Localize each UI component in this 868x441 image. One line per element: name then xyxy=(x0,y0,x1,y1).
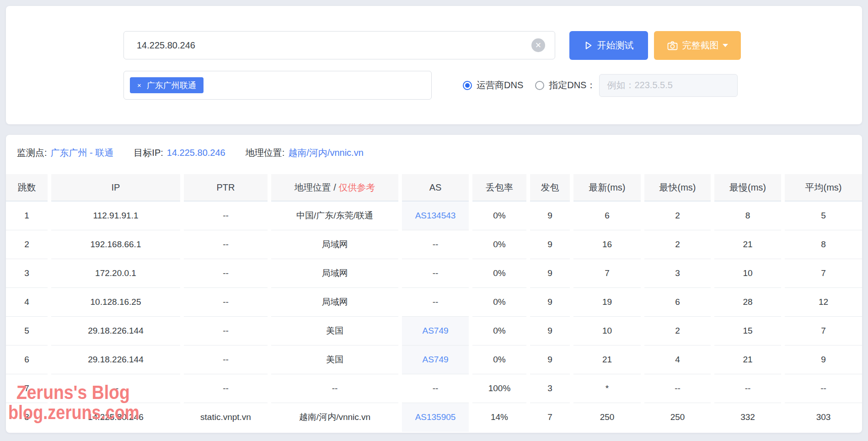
as-link[interactable]: AS749 xyxy=(422,355,448,364)
custom-dns-input[interactable] xyxy=(599,74,738,97)
as-link[interactable]: AS749 xyxy=(422,326,448,335)
cell-hop: 4 xyxy=(6,288,48,317)
cell-hop: 5 xyxy=(6,317,48,345)
full-screenshot-button[interactable]: 完整截图 xyxy=(654,31,741,60)
cell-avg: 8 xyxy=(785,230,862,259)
cell-slowest: 21 xyxy=(714,230,781,259)
cell-geo: 局域网 xyxy=(271,288,398,317)
cell-latest: 10 xyxy=(573,317,641,345)
cell-as: AS749 xyxy=(402,317,469,345)
isp-dns-radio[interactable] xyxy=(463,81,472,90)
cell-as: -- xyxy=(402,230,469,259)
cell-ptr: -- xyxy=(184,345,268,374)
cell-slowest: 10 xyxy=(714,259,781,288)
tag-remove-icon[interactable]: × xyxy=(137,81,141,89)
cell-loss: 0% xyxy=(472,230,526,259)
cell-latest: 19 xyxy=(573,288,641,317)
cell-sent: 9 xyxy=(530,259,570,288)
cell-slowest: 15 xyxy=(714,317,781,345)
cell-fastest: 250 xyxy=(644,403,711,432)
cell-loss: 0% xyxy=(472,202,526,230)
cell-fastest: 4 xyxy=(644,345,711,374)
node-tags-input[interactable]: × 广东广州联通 xyxy=(123,71,432,100)
cell-sent: 9 xyxy=(530,345,570,374)
result-summary: 监测点: 广东广州 - 联通 目标IP: 14.225.80.246 地理位置:… xyxy=(17,147,364,159)
column-header: 最慢(ms) xyxy=(714,174,781,202)
cell-as: AS135905 xyxy=(402,403,469,432)
cell-loss: 0% xyxy=(472,259,526,288)
column-header: 发包 xyxy=(530,174,570,202)
cell-as: AS134543 xyxy=(402,202,469,230)
cell-geo: 美国 xyxy=(271,345,398,374)
caret-down-icon xyxy=(723,44,728,47)
cell-geo: 越南/河内/vnnic.vn xyxy=(271,403,398,432)
cell-ip: 29.18.226.144 xyxy=(51,317,180,345)
column-header: IP xyxy=(51,174,180,202)
cell-geo: 局域网 xyxy=(271,259,398,288)
cell-sent: 3 xyxy=(530,374,570,403)
cell-ip: 29.18.226.144 xyxy=(51,345,180,374)
custom-dns-radio[interactable] xyxy=(535,81,544,90)
target-ip-value: 14.225.80.246 xyxy=(167,148,225,158)
table-row: 529.18.226.144--美国AS7490%9102157 xyxy=(6,317,862,345)
cell-slowest: 28 xyxy=(714,288,781,317)
node-label: 监测点: xyxy=(17,147,47,159)
custom-dns-label[interactable]: 指定DNS： xyxy=(549,79,595,91)
cell-latest: 16 xyxy=(573,230,641,259)
cell-latest: 250 xyxy=(573,403,641,432)
geo-link[interactable]: 越南/河内/vnnic.vn xyxy=(288,147,363,159)
target-ip-label: 目标IP: xyxy=(134,147,163,159)
table-header-row: 跳数IPPTR地理位置 / 仅供参考AS丢包率发包最新(ms)最快(ms)最慢(… xyxy=(6,174,862,202)
cell-ptr: -- xyxy=(184,230,268,259)
cell-ptr: static.vnpt.vn xyxy=(184,403,268,432)
cell-ip: 192.168.66.1 xyxy=(51,230,180,259)
cell-as: -- xyxy=(402,259,469,288)
cell-avg: 303 xyxy=(785,403,862,432)
as-link[interactable]: AS134543 xyxy=(415,211,456,220)
column-header: 最新(ms) xyxy=(573,174,641,202)
query-card: × 开始测试 完整截图 × 广东广州联通 运营商DNS 指定DNS： xyxy=(6,6,862,124)
cell-sent: 9 xyxy=(530,202,570,230)
column-header: 丢包率 xyxy=(472,174,526,202)
cell-fastest: 2 xyxy=(644,230,711,259)
isp-dns-label[interactable]: 运营商DNS xyxy=(477,79,523,91)
cell-ptr: -- xyxy=(184,317,268,345)
cell-hop: 2 xyxy=(6,230,48,259)
cell-hop: 3 xyxy=(6,259,48,288)
cell-avg: -- xyxy=(785,374,862,403)
column-header: 跳数 xyxy=(6,174,48,202)
cell-hop: 6 xyxy=(6,345,48,374)
node-link[interactable]: 广东广州 - 联通 xyxy=(51,147,114,159)
column-header: 地理位置 / 仅供参考 xyxy=(271,174,398,202)
column-header: 最快(ms) xyxy=(644,174,711,202)
cell-latest: 6 xyxy=(573,202,641,230)
cell-slowest: 8 xyxy=(714,202,781,230)
cell-ip: 112.91.91.1 xyxy=(51,202,180,230)
column-header: 平均(ms) xyxy=(785,174,862,202)
as-link[interactable]: AS135905 xyxy=(415,412,456,422)
cell-geo: -- xyxy=(271,374,398,403)
cell-avg: 5 xyxy=(785,202,862,230)
cell-loss: 0% xyxy=(472,317,526,345)
result-card: 监测点: 广东广州 - 联通 目标IP: 14.225.80.246 地理位置:… xyxy=(6,135,862,433)
cell-fastest: 6 xyxy=(644,288,711,317)
cell-avg: 7 xyxy=(785,317,862,345)
start-test-button[interactable]: 开始测试 xyxy=(569,31,648,60)
cell-as: AS749 xyxy=(402,345,469,374)
cell-geo: 中国/广东/东莞/联通 xyxy=(271,202,398,230)
node-tag[interactable]: × 广东广州联通 xyxy=(130,77,204,93)
cell-latest: 7 xyxy=(573,259,641,288)
cell-loss: 14% xyxy=(472,403,526,432)
cell-avg: 12 xyxy=(785,288,862,317)
column-header: AS xyxy=(402,174,469,202)
table-row: 3172.20.0.1--局域网--0%973107 xyxy=(6,259,862,288)
cell-loss: 0% xyxy=(472,345,526,374)
table-row: 410.128.16.25--局域网--0%91962812 xyxy=(6,288,862,317)
cell-sent: 9 xyxy=(530,288,570,317)
clear-input-icon[interactable]: × xyxy=(531,38,545,52)
cell-loss: 0% xyxy=(472,288,526,317)
cell-geo: 美国 xyxy=(271,317,398,345)
cell-ip: 10.128.16.25 xyxy=(51,288,180,317)
cell-ptr: -- xyxy=(184,288,268,317)
target-ip-input[interactable] xyxy=(123,31,555,59)
